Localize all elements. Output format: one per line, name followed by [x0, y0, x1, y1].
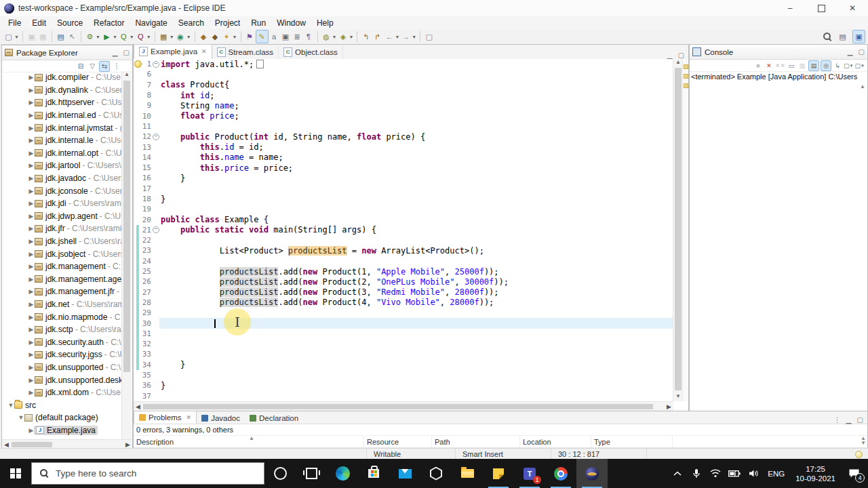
- chevron-right-icon[interactable]: ▶: [28, 351, 35, 358]
- pin-console-button[interactable]: ◎: [821, 60, 831, 71]
- tree-item-src[interactable]: ▼src: [2, 399, 121, 411]
- code-line-7[interactable]: 7class Product{: [134, 80, 673, 90]
- code-area[interactable]: 1−import java.util.*;67class Product{8 i…: [134, 59, 673, 401]
- chevron-right-icon[interactable]: ▶: [28, 213, 35, 220]
- chevron-right-icon[interactable]: ▶: [28, 326, 35, 333]
- export-jar-button[interactable]: ◆: [210, 30, 221, 43]
- taskbar-eclipse-button[interactable]: [576, 459, 608, 488]
- minimize-view-icon[interactable]: ▁: [846, 416, 852, 424]
- problems-scroll-arrows[interactable]: ▲▼: [861, 436, 866, 445]
- tree-item-jdk.dynalink[interactable]: ▶jdk.dynalink- C:\User: [2, 84, 121, 97]
- forward-button[interactable]: →▼: [400, 30, 417, 43]
- maximize-button[interactable]: [806, 0, 837, 16]
- code-line-28[interactable]: 28 productsList.add(new Product(4, "Vivo…: [134, 298, 673, 308]
- tree-item-jdk.management[interactable]: ▶jdk.management- C:: [2, 260, 121, 273]
- dropdown-arrow-icon[interactable]: ▼: [861, 64, 865, 68]
- code-line-36[interactable]: 36}: [134, 380, 673, 390]
- open-type-button[interactable]: ▣: [280, 30, 292, 43]
- minimize-editor-icon[interactable]: ▁: [667, 52, 673, 59]
- tree-item-jdk.jartool[interactable]: ▶jdk.jartool- C:\Users\: [2, 159, 121, 172]
- coverage-button[interactable]: Q▼: [135, 30, 152, 43]
- menu-item-run[interactable]: Run: [245, 17, 271, 29]
- menu-item-edit[interactable]: Edit: [26, 17, 52, 29]
- chevron-right-icon[interactable]: ▶: [28, 301, 35, 308]
- chevron-right-icon[interactable]: ▶: [28, 87, 35, 94]
- taskbar-search-box[interactable]: Type here to search: [31, 462, 264, 485]
- back-history-button[interactable]: ↱: [372, 30, 383, 43]
- console-output[interactable]: ▲: [690, 82, 867, 411]
- code-line-29[interactable]: 29: [134, 308, 673, 318]
- editor-vertical-scrollbar[interactable]: ▲ ▼: [673, 59, 683, 401]
- code-line-34[interactable]: 34 }: [134, 360, 673, 370]
- scrollbar-thumb[interactable]: [123, 81, 130, 372]
- scroll-up-arrow[interactable]: ▲: [860, 83, 865, 89]
- tree-vertical-scrollbar[interactable]: ▲: [121, 71, 132, 439]
- tree-item-example.java[interactable]: ▶JExample.java: [2, 424, 121, 437]
- scroll-up-arrow[interactable]: ▲: [122, 71, 132, 79]
- chevron-right-icon[interactable]: ▶: [28, 314, 35, 321]
- dropdown-arrow-icon[interactable]: ▼: [850, 64, 854, 68]
- minimize-view-icon[interactable]: ▁: [848, 48, 853, 56]
- menu-item-source[interactable]: Source: [52, 17, 88, 29]
- collapse-fold-icon[interactable]: −: [153, 134, 159, 140]
- open-perspective-button[interactable]: ▤: [837, 30, 848, 43]
- code-line-32[interactable]: 32: [134, 339, 673, 349]
- code-line-9[interactable]: 9 String name;: [134, 100, 673, 110]
- menu-item-window[interactable]: Window: [271, 17, 311, 29]
- code-line-37[interactable]: 37: [134, 391, 673, 401]
- minimize-button[interactable]: –: [774, 0, 806, 16]
- scroll-left-arrow[interactable]: ◀: [136, 403, 140, 410]
- action-center-icon[interactable]: 4: [842, 459, 865, 488]
- scroll-right-arrow[interactable]: ▶: [667, 403, 671, 410]
- code-line-6[interactable]: 6: [134, 69, 673, 79]
- last-edit-button[interactable]: ↰: [360, 30, 372, 43]
- code-line-18[interactable]: 18}: [134, 194, 673, 204]
- scroll-left-arrow[interactable]: ◀: [4, 441, 9, 448]
- dropdown-arrow-icon[interactable]: ▼: [332, 35, 337, 39]
- dropdown-arrow-icon[interactable]: ▼: [14, 35, 19, 39]
- chevron-right-icon[interactable]: ▶: [28, 188, 35, 195]
- open-console-button[interactable]: ▢▼: [855, 61, 865, 70]
- tab-declaration[interactable]: Declaration: [245, 412, 303, 424]
- tree-item-jdk.httpserver[interactable]: ▶jdk.httpserver- C:\Us: [2, 96, 121, 109]
- chevron-right-icon[interactable]: ▶: [28, 125, 35, 131]
- new-class-button[interactable]: ◉▼: [175, 30, 192, 43]
- tree-item-jdk.management.jfr[interactable]: ▶jdk.management.jfr-: [2, 285, 121, 298]
- code-line-10[interactable]: 10 float price;: [134, 110, 673, 121]
- code-line-15[interactable]: 15 this.price = price;: [134, 163, 673, 173]
- remove-all-launches-button[interactable]: ✕✕: [775, 61, 785, 70]
- collapse-all-button[interactable]: ⊟: [76, 62, 85, 71]
- warning-marker[interactable]: [684, 74, 688, 79]
- link-with-editor-button[interactable]: ⇆: [99, 61, 110, 72]
- tree-item--default-package-[interactable]: ▼(default package): [2, 411, 121, 424]
- scrollbar-thumb[interactable]: [143, 404, 653, 409]
- tree-item-jdk.unsupported.desk[interactable]: ▶jdk.unsupported.desk: [2, 373, 121, 386]
- tree-item-jdk.security.jgss[interactable]: ▶jdk.security.jgss- C:\U: [2, 348, 121, 361]
- chevron-down-icon[interactable]: ▼: [7, 402, 14, 409]
- next-annotation-button[interactable]: ◈▼: [337, 30, 354, 43]
- code-line-1[interactable]: 1−import java.util.*;: [134, 59, 673, 69]
- battery-icon[interactable]: [726, 459, 743, 488]
- code-line-19[interactable]: 19: [134, 204, 673, 214]
- minimize-view-icon[interactable]: ▁: [113, 49, 118, 56]
- wifi-icon[interactable]: [707, 459, 724, 488]
- selection-button[interactable]: ↖: [66, 30, 78, 43]
- chevron-right-icon[interactable]: ▶: [28, 364, 35, 371]
- code-line-24[interactable]: 24: [134, 256, 673, 266]
- close-tab-icon[interactable]: ✕: [186, 414, 192, 421]
- code-line-13[interactable]: 13 this.id = id;: [134, 142, 673, 152]
- menu-item-navigate[interactable]: Navigate: [130, 17, 172, 29]
- code-line-11[interactable]: 11: [134, 121, 673, 131]
- tree-item-jdk.internal.ed[interactable]: ▶jdk.internal.ed- C:\Us: [2, 109, 121, 122]
- editor-tab-object-class[interactable]: CObject.class: [279, 45, 343, 59]
- code-line-26[interactable]: 26 productsList.add(new Product(2, "OneP…: [134, 277, 673, 287]
- chevron-right-icon[interactable]: ▶: [28, 276, 35, 283]
- taskbar-edge-button[interactable]: [327, 459, 358, 488]
- dropdown-arrow-icon[interactable]: ▼: [146, 35, 151, 39]
- taskbar-clock[interactable]: 17:25 10-09-2021: [790, 464, 841, 483]
- code-line-31[interactable]: 31: [134, 329, 673, 339]
- dropdown-arrow-icon[interactable]: ▼: [233, 35, 237, 39]
- tree-item-jdk.jsobject[interactable]: ▶jdk.jsobject- C:\Users: [2, 247, 121, 260]
- taskbar-sticky-notes-button[interactable]: [483, 459, 514, 488]
- chevron-right-icon[interactable]: ▶: [28, 162, 35, 169]
